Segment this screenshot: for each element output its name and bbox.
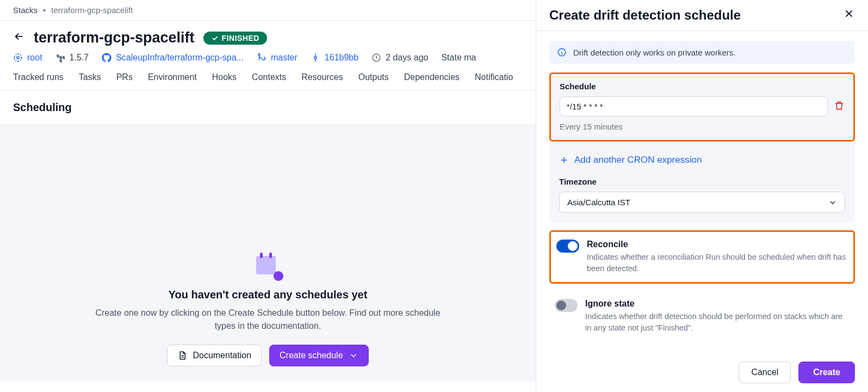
breadcrumb-current: terraform-gcp-spacelift [51, 5, 133, 15]
status-badge: FINISHED [203, 32, 267, 45]
target-icon [13, 53, 23, 63]
tab-outputs[interactable]: Outputs [358, 72, 389, 90]
meta-age: 2 days ago [371, 53, 428, 63]
ignore-state-block: Ignore state Indicates whether drift det… [549, 291, 855, 341]
documentation-button-label: Documentation [193, 351, 251, 360]
tab-notifications[interactable]: Notificatio [475, 72, 513, 90]
schedule-label: Schedule [560, 82, 845, 91]
info-banner: Drift detection only works on private wo… [549, 41, 855, 64]
schedule-hint: Every 15 minutes [560, 122, 845, 131]
branch-icon [257, 53, 266, 63]
info-text: Drift detection only works on private wo… [573, 48, 735, 57]
cancel-button[interactable]: Cancel [739, 362, 791, 383]
status-badge-label: FINISHED [222, 34, 259, 42]
empty-title: You haven't created any schedules yet [0, 289, 536, 301]
create-schedule-button[interactable]: Create schedule [269, 345, 369, 366]
chevron-down-icon [828, 198, 837, 207]
meta-branch[interactable]: master [257, 53, 297, 63]
tab-tracked-runs[interactable]: Tracked runs [13, 72, 64, 90]
section-title: Scheduling [0, 90, 536, 125]
timezone-label: Timezone [559, 177, 845, 186]
schedule-card: Schedule Every 15 minutes [549, 72, 855, 142]
ignore-desc: Indicates whether drift detection should… [585, 311, 850, 334]
chevron-down-icon [349, 351, 358, 360]
meta-root[interactable]: root [13, 53, 42, 63]
empty-description: Create one now by clicking on the Create… [94, 307, 442, 333]
breadcrumb: Stacks • terraform-gcp-spacelift [0, 0, 536, 20]
tab-prs[interactable]: PRs [116, 72, 133, 90]
tab-contexts[interactable]: Contexts [252, 72, 286, 90]
svg-point-1 [14, 54, 22, 62]
meta-state: State ma [441, 53, 476, 63]
github-icon [102, 53, 111, 63]
schedule-extras-card: Add another CRON expression Timezone Asi… [549, 142, 855, 223]
meta-row: root 1.5.7 ScaleupInfra/terraform-gcp-sp… [13, 53, 523, 63]
delete-schedule-icon[interactable] [834, 100, 845, 113]
tabs: Tracked runs Tasks PRs Environment Hooks… [13, 72, 523, 90]
document-icon [177, 351, 187, 360]
ignore-state-toggle[interactable] [555, 299, 578, 312]
tab-dependencies[interactable]: Dependencies [404, 72, 460, 90]
timezone-value: Asia/Calcutta IST [567, 198, 630, 207]
breadcrumb-root[interactable]: Stacks [13, 5, 38, 15]
meta-commit[interactable]: 161b9bb [311, 53, 358, 63]
tab-tasks[interactable]: Tasks [79, 72, 101, 90]
reconcile-desc: Indicates whether a reconciliation Run s… [587, 252, 848, 274]
reconcile-toggle[interactable] [556, 240, 579, 253]
terraform-icon [55, 53, 65, 63]
reconcile-block: Reconcile Indicates whether a reconcilia… [549, 230, 855, 284]
tab-resources[interactable]: Resources [301, 72, 343, 90]
empty-state: You haven't created any schedules yet Cr… [0, 125, 536, 381]
tab-hooks[interactable]: Hooks [212, 72, 237, 90]
back-arrow-icon[interactable] [13, 30, 25, 46]
plus-icon [559, 155, 569, 165]
breadcrumb-separator: • [43, 5, 46, 15]
close-icon[interactable] [843, 8, 855, 23]
svg-point-2 [258, 54, 260, 56]
tab-environment[interactable]: Environment [148, 72, 197, 90]
panel-title: Create drift detection schedule [549, 8, 741, 23]
schedule-input[interactable] [560, 96, 828, 117]
documentation-button[interactable]: Documentation [167, 345, 262, 366]
info-icon [557, 47, 567, 57]
svg-point-0 [17, 57, 20, 59]
add-cron-button[interactable]: Add another CRON expression [559, 155, 702, 166]
commit-icon [311, 53, 320, 63]
reconcile-title: Reconcile [587, 240, 848, 249]
side-panel: Create drift detection schedule Drift de… [536, 0, 868, 392]
create-button[interactable]: Create [798, 362, 855, 383]
create-schedule-button-label: Create schedule [280, 351, 343, 360]
meta-repo[interactable]: ScaleupInfra/terraform-gcp-spa... [102, 53, 244, 63]
add-cron-label: Add another CRON expression [574, 155, 702, 166]
meta-version: 1.5.7 [55, 53, 89, 63]
timezone-select[interactable]: Asia/Calcutta IST [559, 192, 845, 213]
clock-icon [371, 53, 381, 63]
calendar-clock-icon [256, 256, 280, 278]
svg-point-3 [314, 57, 317, 59]
stack-title: terraform-gcp-spacelift [34, 29, 195, 46]
ignore-title: Ignore state [585, 299, 850, 309]
check-icon [211, 34, 219, 42]
